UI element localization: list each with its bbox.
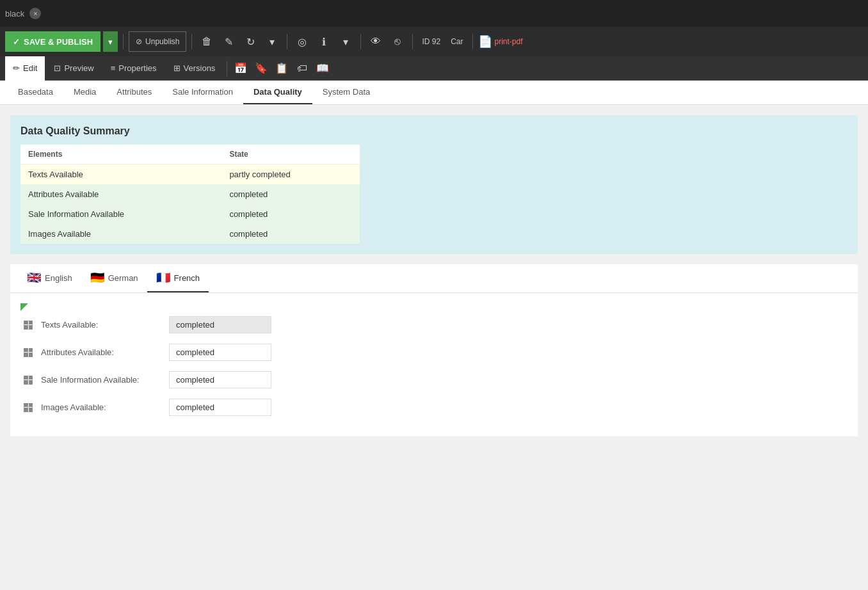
share-button[interactable]: ⎋ bbox=[388, 32, 407, 51]
sale-information-available-label: Sale Information Available: bbox=[41, 375, 169, 385]
toolbar-separator-5 bbox=[412, 34, 413, 49]
chevron-down-button[interactable]: ▾ bbox=[336, 32, 355, 51]
eye-icon: 👁 bbox=[371, 36, 381, 47]
share-icon: ⎋ bbox=[394, 36, 401, 47]
corner-indicator bbox=[20, 303, 28, 311]
detail-row-attributes-available: Attributes Available:completed bbox=[20, 344, 848, 361]
language-tabs: 🇬🇧 English 🇩🇪 German 🇫🇷 French bbox=[10, 264, 858, 293]
tab-data-quality[interactable]: Data Quality bbox=[243, 81, 312, 104]
texts-available-label: Texts Available: bbox=[41, 320, 169, 330]
texts-available-value: completed bbox=[169, 316, 271, 333]
summary-state-cell: completed bbox=[221, 224, 360, 244]
summary-table-row: Texts Available partly completed bbox=[20, 164, 360, 185]
id-badge: ID 92 bbox=[418, 37, 444, 46]
lang-tab-german[interactable]: 🇩🇪 German bbox=[81, 264, 147, 292]
calendar-icon: 📅 bbox=[234, 62, 247, 74]
delete-button[interactable]: 🗑 bbox=[197, 32, 216, 51]
print-pdf-button[interactable]: 📄 print-pdf bbox=[478, 35, 523, 49]
sale-information-available-icon bbox=[20, 372, 36, 388]
edit-icon: ✎ bbox=[225, 36, 233, 48]
edit-button[interactable]: ✎ bbox=[219, 32, 238, 51]
info-icon: ℹ bbox=[322, 36, 326, 48]
arrow-down-button[interactable]: ▾ bbox=[262, 32, 282, 51]
sale-information-available-value: completed bbox=[169, 371, 271, 388]
lang-tab-english[interactable]: 🇬🇧 English bbox=[18, 264, 81, 292]
save-publish-button[interactable]: ✓ SAVE & PUBLISH bbox=[5, 31, 100, 52]
bookmark-button[interactable]: 🔖 bbox=[252, 59, 271, 78]
unpublish-button[interactable]: ⊘ Unpublish bbox=[129, 31, 186, 52]
versions-tab-icon: ⊞ bbox=[173, 63, 181, 73]
summary-state-cell: partly completed bbox=[221, 164, 360, 185]
page-body: Data Quality Summary Elements State Text… bbox=[0, 105, 868, 590]
tab-edit[interactable]: ✏ Edit bbox=[5, 56, 45, 81]
summary-state-cell: completed bbox=[221, 184, 360, 204]
clipboard-button[interactable]: 📋 bbox=[272, 59, 291, 78]
calendar-button[interactable]: 📅 bbox=[231, 59, 250, 78]
target-button[interactable]: ◎ bbox=[293, 32, 312, 51]
tab-media[interactable]: Media bbox=[63, 81, 106, 104]
detail-section: Texts Available:completedAttributes Avai… bbox=[10, 293, 858, 436]
book-icon: 📖 bbox=[316, 62, 329, 74]
images-available-value: completed bbox=[169, 399, 271, 416]
toolbar-separator-1 bbox=[123, 34, 124, 49]
french-label: French bbox=[174, 273, 200, 283]
edit-tab-icon: ✏ bbox=[13, 63, 20, 73]
info-button[interactable]: ℹ bbox=[314, 32, 334, 51]
attributes-available-icon bbox=[20, 345, 36, 360]
attributes-available-label: Attributes Available: bbox=[41, 347, 169, 357]
images-available-label: Images Available: bbox=[41, 403, 169, 412]
tab-versions[interactable]: ⊞ Versions bbox=[166, 56, 223, 81]
delete-icon: 🗑 bbox=[202, 36, 212, 47]
dropdown-arrow-icon: ▾ bbox=[108, 37, 113, 47]
window-close-button[interactable]: × bbox=[29, 8, 41, 19]
french-flag-icon: 🇫🇷 bbox=[156, 271, 170, 285]
toolbar-separator-2 bbox=[191, 34, 192, 49]
car-label: Car bbox=[447, 37, 467, 46]
tab-properties[interactable]: ≡ Properties bbox=[103, 56, 165, 81]
window-title: black bbox=[5, 9, 24, 19]
tag-button[interactable]: 🏷 bbox=[293, 59, 312, 78]
summary-col-elements: Elements bbox=[20, 145, 221, 164]
english-label: English bbox=[45, 273, 72, 283]
german-label: German bbox=[108, 273, 138, 283]
summary-table-row: Attributes Available completed bbox=[20, 184, 360, 204]
summary-element-cell: Attributes Available bbox=[20, 184, 221, 204]
properties-tab-icon: ≡ bbox=[111, 63, 116, 73]
tab-sale-information[interactable]: Sale Information bbox=[162, 81, 243, 104]
summary-title: Data Quality Summary bbox=[20, 125, 848, 137]
edit-toolbar-separator bbox=[227, 61, 227, 76]
tab-basedata[interactable]: Basedata bbox=[8, 81, 63, 104]
images-available-icon bbox=[20, 400, 36, 415]
clipboard-icon: 📋 bbox=[275, 62, 288, 74]
tag-icon: 🏷 bbox=[297, 63, 307, 74]
summary-section: Data Quality Summary Elements State Text… bbox=[10, 115, 858, 254]
book-button[interactable]: 📖 bbox=[313, 59, 332, 78]
arrow-down-icon: ▾ bbox=[269, 36, 275, 48]
summary-element-cell: Sale Information Available bbox=[20, 204, 221, 224]
detail-row-images-available: Images Available:completed bbox=[20, 399, 848, 416]
target-icon: ◎ bbox=[298, 36, 307, 48]
top-bar: black × bbox=[0, 0, 868, 27]
save-publish-dropdown-button[interactable]: ▾ bbox=[103, 31, 118, 52]
tab-preview[interactable]: ⊡ Preview bbox=[46, 56, 101, 81]
lang-tab-french[interactable]: 🇫🇷 French bbox=[147, 264, 209, 292]
chevron-down-icon: ▾ bbox=[343, 36, 348, 48]
refresh-icon: ↻ bbox=[246, 36, 255, 48]
svg-marker-0 bbox=[20, 303, 28, 311]
summary-element-cell: Texts Available bbox=[20, 164, 221, 185]
german-flag-icon: 🇩🇪 bbox=[90, 271, 104, 285]
tab-attributes[interactable]: Attributes bbox=[106, 81, 162, 104]
refresh-button[interactable]: ↻ bbox=[241, 32, 260, 51]
summary-element-cell: Images Available bbox=[20, 224, 221, 244]
texts-available-icon bbox=[20, 317, 36, 333]
main-toolbar: ✓ SAVE & PUBLISH ▾ ⊘ Unpublish 🗑 ✎ ↻ ▾ ◎… bbox=[0, 27, 868, 56]
bookmark-icon: 🔖 bbox=[255, 62, 268, 74]
english-flag-icon: 🇬🇧 bbox=[27, 271, 41, 285]
attributes-available-value: completed bbox=[169, 344, 271, 361]
summary-col-state: State bbox=[221, 145, 360, 164]
edit-toolbar: ✏ Edit ⊡ Preview ≡ Properties ⊞ Versions… bbox=[0, 56, 868, 81]
summary-table-row: Sale Information Available completed bbox=[20, 204, 360, 224]
summary-table: Elements State Texts Available partly co… bbox=[20, 145, 360, 244]
eye-button[interactable]: 👁 bbox=[366, 32, 385, 51]
tab-system-data[interactable]: System Data bbox=[312, 81, 380, 104]
